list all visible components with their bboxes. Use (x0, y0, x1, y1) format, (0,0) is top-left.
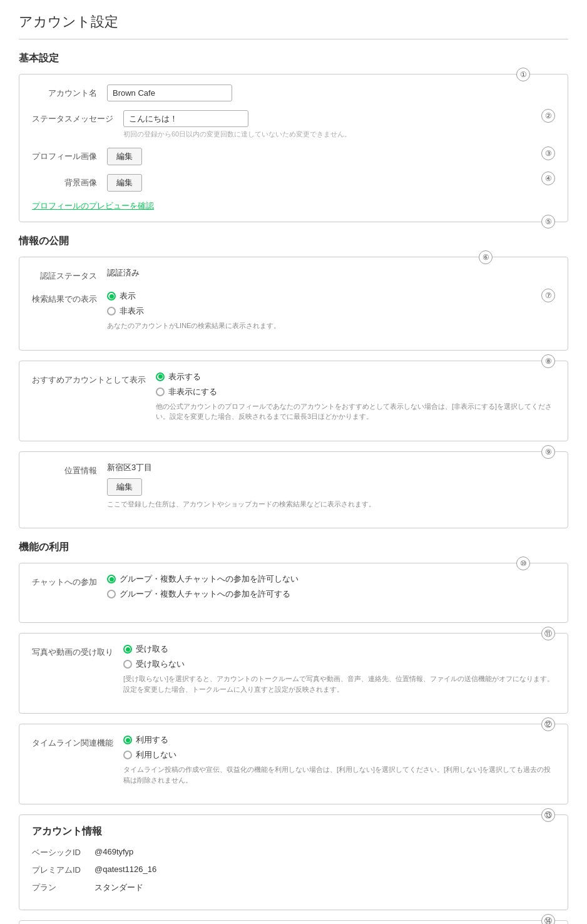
chat-row: チャットへの参加 グループ・複数人チャットへの参加を許可しない グループ・複数人… (32, 573, 555, 603)
bubble-4: ④ (541, 172, 555, 185)
account-info-title: アカウント情報 (32, 825, 555, 838)
location-row: 位置情報 新宿区3丁目 編集 ここで登録した住所は、アカウントやショップカードの… (32, 462, 555, 510)
recommended-helper: 他の公式アカウントのプロフィールであなたのアカウントをおすすめとして表示しない場… (156, 401, 555, 422)
premium-id-value: @qatest1126_16 (94, 865, 156, 874)
premium-id-row: プレミアムID @qatest1126_16 (32, 865, 555, 876)
media-row: 写真や動画の受け取り 受け取る 受け取らない [受け取らない]を選択すると、アカ… (32, 644, 555, 694)
bubble-13: ⑬ (541, 808, 555, 822)
timeline-opt2-row: 利用しない (123, 749, 555, 761)
public-info-section: 情報の公開 ⑥ 認証ステータス 認証済み ⑦ 検索結果での表示 表示 (19, 235, 568, 528)
bubble-14: ⑭ (541, 914, 555, 924)
location-value: 新宿区3丁目 (107, 462, 555, 473)
status-message-label: ステータスメッセージ (32, 110, 123, 125)
account-name-row: アカウント名 (32, 85, 555, 101)
timeline-opt2-label: 利用しない (136, 749, 176, 761)
bubble-5: ⑤ (541, 215, 555, 228)
media-opt1-radio[interactable] (123, 645, 132, 654)
recommended-hide-label: 非表示にする (168, 386, 217, 398)
basic-id-value: @469tyfyp (94, 847, 133, 856)
search-hide-radio-row: 非表示 (107, 305, 555, 317)
bubble-11: ⑪ (541, 627, 555, 640)
features-section: 機能の利用 ⑩ チャットへの参加 グループ・複数人チャットへの参加を許可しない … (19, 541, 568, 804)
recommended-show-radio-row: 表示する (156, 371, 555, 382)
basic-settings-title: 基本設定 (19, 52, 568, 65)
timeline-label: タイムライン関連機能 (32, 734, 123, 749)
features-title: 機能の利用 (19, 541, 568, 554)
media-opt2-row: 受け取らない (123, 659, 555, 670)
location-helper: ここで登録した住所は、アカウントやショップカードの検索結果などに表示されます。 (107, 499, 555, 510)
search-show-radio[interactable] (107, 292, 116, 300)
profile-image-row: プロフィール画像 編集 (32, 148, 555, 165)
plan-row: プラン スタンダード (32, 882, 555, 893)
chat-opt2-radio[interactable] (107, 590, 116, 598)
plan-value: スタンダード (94, 882, 143, 893)
bubble-10: ⑩ (516, 557, 530, 570)
search-display-label: 検索結果での表示 (32, 290, 107, 305)
status-message-helper: 初回の登録から60日以内の変更回数に達していないため変更できません。 (123, 130, 555, 139)
bg-image-row: 背景画像 編集 (32, 174, 555, 192)
media-opt1-row: 受け取る (123, 644, 555, 655)
bg-image-label: 背景画像 (32, 174, 107, 188)
account-info-section: ⑬ アカウント情報 ベーシックID @469tyfyp プレミアムID @qat… (19, 814, 568, 924)
profile-image-label: プロフィール画像 (32, 148, 107, 162)
search-show-radio-row: 表示 (107, 290, 555, 302)
auth-status-label: 認証ステータス (32, 267, 107, 282)
recommended-label: おすすめアカウントとして表示 (32, 371, 156, 386)
search-display-helper: あなたのアカウントがLINEの検索結果に表示されます。 (107, 321, 555, 331)
search-hide-label: 非表示 (120, 305, 144, 317)
chat-opt1-row: グループ・複数人チャットへの参加を許可しない (107, 573, 555, 585)
location-label: 位置情報 (32, 462, 107, 476)
basic-id-label: ベーシックID (32, 847, 94, 858)
media-helper: [受け取らない]を選択すると、アカウントのトークルームで写真や動画、音声、連絡先… (123, 674, 555, 694)
recommended-row: おすすめアカウントとして表示 表示する 非表示にする 他の公式アカウントのプロフ… (32, 371, 555, 422)
timeline-opt1-label: 利用する (136, 734, 168, 746)
account-name-label: アカウント名 (32, 85, 107, 99)
bubble-9: ⑨ (541, 445, 555, 459)
auth-status-value: 認証済み (107, 268, 140, 277)
plan-label: プラン (32, 882, 94, 893)
media-label: 写真や動画の受け取り (32, 644, 123, 658)
timeline-helper: タイムライン投稿の作成や宣伝、収益化の機能を利用しない場合は、[利用しない]を選… (123, 764, 555, 785)
profile-image-edit-button[interactable]: 編集 (107, 148, 142, 165)
media-opt2-radio[interactable] (123, 660, 132, 669)
bubble-7: ⑦ (541, 289, 555, 302)
search-show-label: 表示 (120, 290, 136, 302)
media-opt2-label: 受け取らない (136, 659, 185, 670)
location-edit-button[interactable]: 編集 (107, 478, 142, 496)
chat-opt2-label: グループ・複数人チャットへの参加を許可する (120, 588, 290, 600)
auth-status-row: 認証ステータス 認証済み (32, 267, 555, 282)
bubble-2: ② (541, 109, 555, 123)
timeline-opt2-radio[interactable] (123, 751, 132, 759)
status-message-row: ステータスメッセージ 初回の登録から60日以内の変更回数に達していないため変更で… (32, 110, 555, 139)
status-message-input[interactable] (123, 110, 248, 127)
public-info-title: 情報の公開 (19, 235, 568, 248)
media-opt1-label: 受け取る (136, 644, 168, 655)
profile-preview-link[interactable]: プロフィールのプレビューを確認 (32, 201, 154, 210)
bubble-12: ⑫ (541, 717, 555, 731)
recommended-show-label: 表示する (168, 371, 201, 382)
search-hide-radio[interactable] (107, 307, 116, 316)
basic-id-row: ベーシックID @469tyfyp (32, 847, 555, 858)
recommended-hide-radio-row: 非表示にする (156, 386, 555, 398)
bubble-1: ① (516, 68, 530, 81)
bubble-6: ⑥ (479, 250, 493, 264)
chat-opt1-label: グループ・複数人チャットへの参加を許可しない (120, 573, 299, 585)
basic-settings-section: 基本設定 ① アカウント名 ② ステータスメッセージ 初回の登録から60日以内の… (19, 52, 568, 222)
search-display-row: 検索結果での表示 表示 非表示 あなたのアカウントがLINEの検索結果に表示され… (32, 290, 555, 331)
timeline-opt1-radio[interactable] (123, 736, 132, 744)
account-name-input[interactable] (107, 85, 232, 101)
page-title: アカウント設定 (19, 13, 568, 39)
chat-label: チャットへの参加 (32, 573, 107, 588)
timeline-row: タイムライン関連機能 利用する 利用しない タイムライン投稿の作成や宣伝、収益化… (32, 734, 555, 785)
recommended-show-radio[interactable] (156, 372, 165, 381)
timeline-opt1-row: 利用する (123, 734, 555, 746)
chat-opt2-row: グループ・複数人チャットへの参加を許可する (107, 588, 555, 600)
chat-opt1-radio[interactable] (107, 575, 116, 583)
recommended-hide-radio[interactable] (156, 388, 165, 396)
bubble-3: ③ (541, 146, 555, 160)
bg-image-edit-button[interactable]: 編集 (107, 174, 142, 192)
bubble-8: ⑧ (541, 354, 555, 368)
premium-id-label: プレミアムID (32, 865, 94, 876)
